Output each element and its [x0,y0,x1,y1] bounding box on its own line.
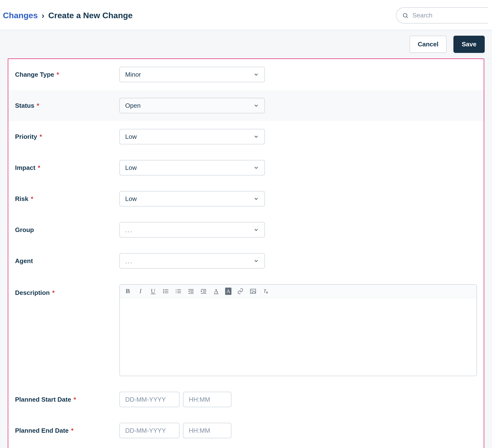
change-type-select[interactable]: Minor [119,67,265,82]
clear-format-icon[interactable] [262,288,269,294]
label-group: Group [15,226,119,234]
svg-rect-20 [203,291,206,291]
cancel-button[interactable]: Cancel [410,36,447,53]
group-select[interactable]: ... [119,222,265,238]
svg-point-4 [163,291,164,292]
highlight-color-icon[interactable]: A [225,288,231,295]
chevron-down-icon [253,72,259,77]
chevron-down-icon [253,134,259,140]
svg-rect-16 [190,292,194,292]
label-priority: Priority* [15,133,119,141]
breadcrumb-current: Create a New Change [48,11,133,20]
search-input[interactable]: Search [396,7,488,23]
chevron-down-icon [253,258,259,264]
underline-icon[interactable]: U [149,288,157,294]
chevron-down-icon [253,196,259,202]
svg-point-6 [163,292,164,293]
search-placeholder: Search [412,12,432,19]
svg-rect-19 [201,289,206,290]
svg-rect-5 [165,291,168,292]
indent-icon[interactable] [200,288,207,294]
svg-rect-12 [176,292,176,293]
link-icon[interactable] [237,288,244,294]
svg-rect-3 [165,289,168,290]
svg-marker-18 [188,290,189,292]
label-agent: Agent [15,257,119,265]
label-description: Description* [15,284,119,297]
label-planned-end: Planned End Date* [15,427,119,434]
image-icon[interactable] [249,288,257,294]
svg-rect-21 [203,292,206,292]
svg-rect-24 [250,289,256,293]
svg-rect-8 [176,289,176,290]
agent-select[interactable]: ... [119,253,265,269]
text-color-icon[interactable]: A [213,288,220,294]
svg-line-1 [407,17,408,18]
svg-rect-11 [177,291,181,292]
svg-rect-9 [177,289,181,290]
chevron-down-icon [253,227,259,233]
chevron-right-icon: › [42,11,44,20]
impact-select[interactable]: Low [119,160,265,176]
status-select[interactable]: Open [119,98,265,113]
planned-start-time-input[interactable]: HH:MM [183,392,231,407]
svg-rect-14 [188,289,194,290]
svg-rect-15 [190,291,194,291]
svg-rect-13 [177,292,181,293]
save-button[interactable]: Save [453,36,485,53]
label-planned-start: Planned Start Date* [15,396,119,403]
italic-icon[interactable]: I [137,288,144,294]
planned-end-time-input[interactable]: HH:MM [183,423,231,438]
numbered-list-icon[interactable] [175,288,182,294]
svg-point-25 [251,290,252,291]
risk-select[interactable]: Low [119,191,265,207]
chevron-down-icon [253,103,259,108]
breadcrumb-root-link[interactable]: Changes [3,11,38,20]
svg-rect-17 [188,293,194,294]
planned-start-date-input[interactable]: DD-MM-YYYY [119,392,180,407]
svg-rect-22 [201,293,206,294]
label-risk: Risk* [15,195,119,203]
action-bar: Cancel Save [0,30,492,59]
new-change-form: Change Type* Minor Status* Open Priority… [8,59,484,448]
svg-point-2 [163,289,164,290]
description-textarea[interactable] [120,298,476,376]
svg-rect-10 [176,291,176,292]
chevron-down-icon [253,165,259,171]
label-status: Status* [15,102,119,109]
bullet-list-icon[interactable] [162,288,169,294]
planned-end-date-input[interactable]: DD-MM-YYYY [119,423,180,438]
outdent-icon[interactable] [187,288,195,294]
bold-icon[interactable]: B [124,288,132,294]
svg-point-0 [403,13,407,17]
breadcrumb: Changes › Create a New Change [3,11,133,20]
priority-select[interactable]: Low [119,129,265,144]
label-impact: Impact* [15,164,119,172]
top-bar: Changes › Create a New Change Search [0,0,492,30]
svg-marker-23 [201,290,202,292]
description-editor[interactable]: B I U A A [119,284,477,376]
label-change-type: Change Type* [15,71,119,78]
search-icon [402,12,409,19]
editor-toolbar: B I U A A [120,285,476,298]
svg-rect-7 [165,292,168,293]
